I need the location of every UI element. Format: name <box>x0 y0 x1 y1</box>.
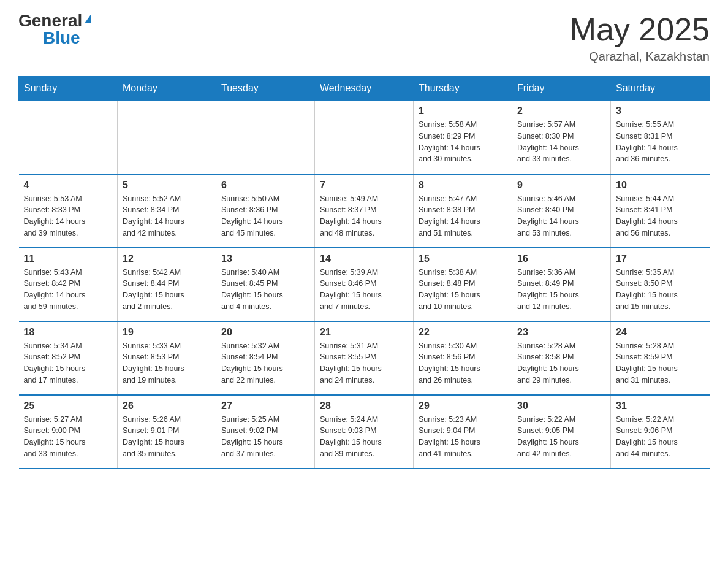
day-number: 2 <box>517 105 605 117</box>
day-number: 18 <box>24 327 113 338</box>
day-info: Sunrise: 5:58 AM Sunset: 8:29 PM Dayligh… <box>419 119 507 165</box>
day-number: 15 <box>419 253 507 264</box>
calendar-cell: 11Sunrise: 5:43 AM Sunset: 8:42 PM Dayli… <box>19 248 118 321</box>
day-info: Sunrise: 5:47 AM Sunset: 8:38 PM Dayligh… <box>419 193 507 239</box>
calendar-cell: 2Sunrise: 5:57 AM Sunset: 8:30 PM Daylig… <box>512 101 611 174</box>
day-number: 30 <box>517 400 605 412</box>
day-info: Sunrise: 5:38 AM Sunset: 8:48 PM Dayligh… <box>419 267 507 313</box>
day-info: Sunrise: 5:52 AM Sunset: 8:34 PM Dayligh… <box>123 193 211 239</box>
calendar-cell: 10Sunrise: 5:44 AM Sunset: 8:41 PM Dayli… <box>611 174 710 248</box>
calendar-cell: 23Sunrise: 5:28 AM Sunset: 8:58 PM Dayli… <box>512 321 611 395</box>
day-info: Sunrise: 5:53 AM Sunset: 8:33 PM Dayligh… <box>24 193 113 239</box>
calendar-cell <box>118 101 216 174</box>
day-number: 6 <box>221 180 309 191</box>
day-info: Sunrise: 5:39 AM Sunset: 8:46 PM Dayligh… <box>320 267 408 313</box>
calendar-table: SundayMondayTuesdayWednesdayThursdayFrid… <box>18 76 710 469</box>
header-day-friday: Friday <box>512 77 611 101</box>
calendar-cell: 18Sunrise: 5:34 AM Sunset: 8:52 PM Dayli… <box>19 321 118 395</box>
day-info: Sunrise: 5:26 AM Sunset: 9:01 PM Dayligh… <box>123 414 211 460</box>
calendar-cell: 16Sunrise: 5:36 AM Sunset: 8:49 PM Dayli… <box>512 248 611 321</box>
calendar-cell: 4Sunrise: 5:53 AM Sunset: 8:33 PM Daylig… <box>19 174 118 248</box>
day-number: 22 <box>419 327 507 338</box>
calendar-cell: 28Sunrise: 5:24 AM Sunset: 9:03 PM Dayli… <box>315 395 414 469</box>
day-number: 9 <box>517 180 605 191</box>
header-day-saturday: Saturday <box>611 77 710 101</box>
day-number: 7 <box>320 180 408 191</box>
calendar-cell: 13Sunrise: 5:40 AM Sunset: 8:45 PM Dayli… <box>216 248 315 321</box>
day-info: Sunrise: 5:24 AM Sunset: 9:03 PM Dayligh… <box>320 414 408 460</box>
calendar-cell: 17Sunrise: 5:35 AM Sunset: 8:50 PM Dayli… <box>611 248 710 321</box>
logo-general-text: General <box>18 12 82 29</box>
day-info: Sunrise: 5:42 AM Sunset: 8:44 PM Dayligh… <box>123 267 211 313</box>
calendar-cell: 12Sunrise: 5:42 AM Sunset: 8:44 PM Dayli… <box>118 248 216 321</box>
day-number: 26 <box>123 400 211 412</box>
day-number: 13 <box>221 253 309 264</box>
page-header: General Blue May 2025 Qarazhal, Kazakhst… <box>18 12 710 64</box>
calendar-header-row: SundayMondayTuesdayWednesdayThursdayFrid… <box>19 77 710 101</box>
calendar-cell: 15Sunrise: 5:38 AM Sunset: 8:48 PM Dayli… <box>414 248 512 321</box>
day-number: 8 <box>419 180 507 191</box>
header-day-thursday: Thursday <box>414 77 512 101</box>
calendar-cell: 7Sunrise: 5:49 AM Sunset: 8:37 PM Daylig… <box>315 174 414 248</box>
header-day-sunday: Sunday <box>19 77 118 101</box>
calendar-cell: 20Sunrise: 5:32 AM Sunset: 8:54 PM Dayli… <box>216 321 315 395</box>
week-row-2: 4Sunrise: 5:53 AM Sunset: 8:33 PM Daylig… <box>19 174 710 248</box>
calendar-cell: 5Sunrise: 5:52 AM Sunset: 8:34 PM Daylig… <box>118 174 216 248</box>
day-info: Sunrise: 5:31 AM Sunset: 8:55 PM Dayligh… <box>320 340 408 386</box>
day-number: 31 <box>616 400 705 412</box>
day-number: 23 <box>517 327 605 338</box>
day-info: Sunrise: 5:32 AM Sunset: 8:54 PM Dayligh… <box>221 340 309 386</box>
day-number: 12 <box>123 253 211 264</box>
header-day-wednesday: Wednesday <box>315 77 414 101</box>
calendar-cell: 27Sunrise: 5:25 AM Sunset: 9:02 PM Dayli… <box>216 395 315 469</box>
calendar-cell: 21Sunrise: 5:31 AM Sunset: 8:55 PM Dayli… <box>315 321 414 395</box>
calendar-cell: 14Sunrise: 5:39 AM Sunset: 8:46 PM Dayli… <box>315 248 414 321</box>
calendar-cell: 31Sunrise: 5:22 AM Sunset: 9:06 PM Dayli… <box>611 395 710 469</box>
day-number: 3 <box>616 105 705 117</box>
location-subtitle: Qarazhal, Kazakhstan <box>570 50 710 64</box>
calendar-cell: 29Sunrise: 5:23 AM Sunset: 9:04 PM Dayli… <box>414 395 512 469</box>
day-info: Sunrise: 5:28 AM Sunset: 8:58 PM Dayligh… <box>517 340 605 386</box>
day-number: 4 <box>24 180 113 191</box>
day-info: Sunrise: 5:44 AM Sunset: 8:41 PM Dayligh… <box>616 193 705 239</box>
calendar-cell: 9Sunrise: 5:46 AM Sunset: 8:40 PM Daylig… <box>512 174 611 248</box>
logo-triangle-icon <box>85 15 91 23</box>
logo: General Blue <box>18 12 91 47</box>
day-number: 28 <box>320 400 408 412</box>
header-day-tuesday: Tuesday <box>216 77 315 101</box>
calendar-cell: 24Sunrise: 5:28 AM Sunset: 8:59 PM Dayli… <box>611 321 710 395</box>
day-number: 17 <box>616 253 705 264</box>
day-info: Sunrise: 5:50 AM Sunset: 8:36 PM Dayligh… <box>221 193 309 239</box>
calendar-cell: 25Sunrise: 5:27 AM Sunset: 9:00 PM Dayli… <box>19 395 118 469</box>
day-info: Sunrise: 5:27 AM Sunset: 9:00 PM Dayligh… <box>24 414 113 460</box>
calendar-cell <box>19 101 118 174</box>
day-info: Sunrise: 5:28 AM Sunset: 8:59 PM Dayligh… <box>616 340 705 386</box>
day-number: 11 <box>24 253 113 264</box>
day-info: Sunrise: 5:43 AM Sunset: 8:42 PM Dayligh… <box>24 267 113 313</box>
day-info: Sunrise: 5:30 AM Sunset: 8:56 PM Dayligh… <box>419 340 507 386</box>
header-day-monday: Monday <box>118 77 216 101</box>
month-title: May 2025 <box>570 12 710 47</box>
day-number: 5 <box>123 180 211 191</box>
week-row-5: 25Sunrise: 5:27 AM Sunset: 9:00 PM Dayli… <box>19 395 710 469</box>
day-number: 19 <box>123 327 211 338</box>
day-number: 14 <box>320 253 408 264</box>
day-info: Sunrise: 5:57 AM Sunset: 8:30 PM Dayligh… <box>517 119 605 165</box>
calendar-cell: 3Sunrise: 5:55 AM Sunset: 8:31 PM Daylig… <box>611 101 710 174</box>
calendar-cell: 26Sunrise: 5:26 AM Sunset: 9:01 PM Dayli… <box>118 395 216 469</box>
day-number: 21 <box>320 327 408 338</box>
day-info: Sunrise: 5:23 AM Sunset: 9:04 PM Dayligh… <box>419 414 507 460</box>
calendar-cell: 6Sunrise: 5:50 AM Sunset: 8:36 PM Daylig… <box>216 174 315 248</box>
day-number: 16 <box>517 253 605 264</box>
logo-blue-text: Blue <box>43 29 80 47</box>
calendar-cell: 22Sunrise: 5:30 AM Sunset: 8:56 PM Dayli… <box>414 321 512 395</box>
day-info: Sunrise: 5:40 AM Sunset: 8:45 PM Dayligh… <box>221 267 309 313</box>
calendar-cell: 30Sunrise: 5:22 AM Sunset: 9:05 PM Dayli… <box>512 395 611 469</box>
day-info: Sunrise: 5:35 AM Sunset: 8:50 PM Dayligh… <box>616 267 705 313</box>
calendar-cell <box>315 101 414 174</box>
day-info: Sunrise: 5:36 AM Sunset: 8:49 PM Dayligh… <box>517 267 605 313</box>
day-info: Sunrise: 5:49 AM Sunset: 8:37 PM Dayligh… <box>320 193 408 239</box>
day-number: 25 <box>24 400 113 412</box>
calendar-cell <box>216 101 315 174</box>
day-number: 24 <box>616 327 705 338</box>
